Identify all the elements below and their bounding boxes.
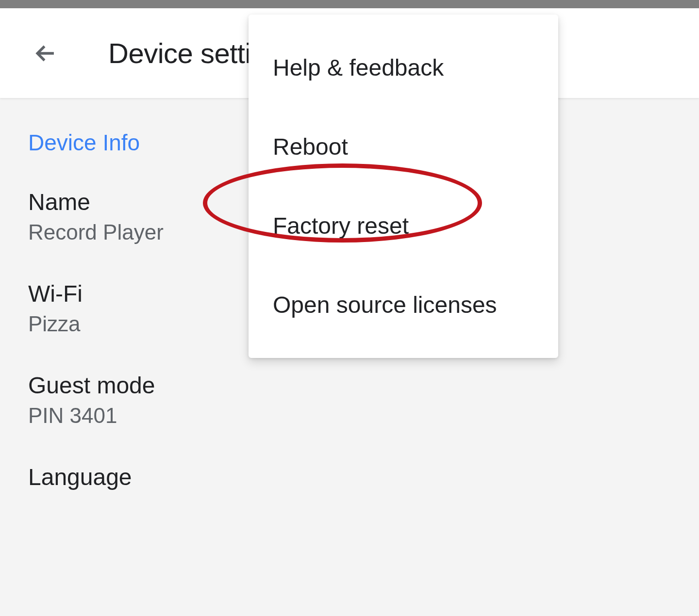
menu-item-reboot[interactable]: Reboot (249, 107, 558, 186)
back-arrow-icon[interactable] (32, 39, 60, 67)
overflow-menu: Help & feedback Reboot Factory reset Ope… (249, 15, 558, 358)
menu-item-factory-reset[interactable]: Factory reset (249, 186, 558, 265)
setting-item-language[interactable]: Language (28, 464, 671, 490)
menu-item-help-feedback[interactable]: Help & feedback (249, 28, 558, 107)
status-bar (0, 0, 699, 8)
menu-item-open-source-licenses[interactable]: Open source licenses (249, 265, 558, 344)
setting-label-language: Language (28, 464, 671, 490)
setting-label-guest: Guest mode (28, 372, 671, 399)
setting-item-guest-mode[interactable]: Guest mode PIN 3401 (28, 372, 671, 428)
setting-value-guest: PIN 3401 (28, 404, 671, 428)
